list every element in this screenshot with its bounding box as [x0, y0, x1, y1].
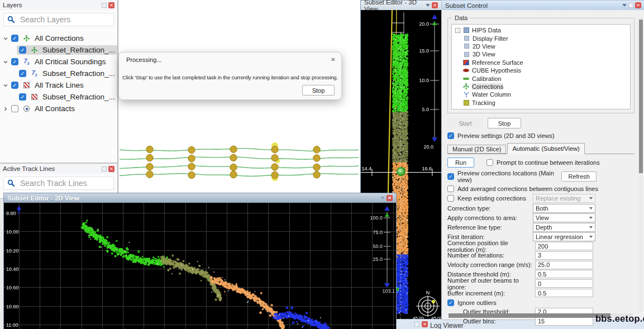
stop-button[interactable]: Stop — [488, 118, 521, 128]
start-button[interactable]: Start — [447, 118, 483, 128]
close-icon[interactable]: × — [387, 195, 393, 201]
chevron-down-icon[interactable] — [380, 197, 385, 199]
field-row: Number of outer beams to ignore:0 — [447, 279, 635, 288]
text-input[interactable]: 25.0 — [535, 261, 593, 269]
data-tree-item[interactable]: Display Filter — [454, 34, 630, 42]
chevron-down-icon — [589, 207, 593, 209]
text-input[interactable]: 0.5 — [535, 289, 593, 297]
data-tree-item-label: Display Filter — [473, 35, 508, 42]
text-input[interactable]: 0 — [535, 279, 593, 288]
layer-item-body: ✓Subset_Refraction_... — [17, 92, 117, 102]
checkbox[interactable]: ✓ — [11, 58, 18, 65]
layers-title: Layers — [3, 2, 22, 8]
field-row: Correction type:Both — [447, 204, 635, 213]
preview-settings-checkbox[interactable]: ✓ — [447, 132, 454, 139]
layer-item-label: All Track Lines — [35, 81, 84, 89]
layer-item[interactable]: ✓73All Critical Soundings — [0, 56, 117, 68]
field-label: Correction type: — [447, 205, 533, 212]
collapse-icon[interactable]: - — [455, 28, 460, 33]
text-input[interactable]: 200 — [535, 242, 593, 250]
tracking-icon — [462, 99, 470, 106]
scrollbar-thumb[interactable] — [449, 313, 610, 318]
data-tree-item[interactable]: 3D View — [454, 50, 630, 58]
text-input[interactable]: 15 — [535, 317, 593, 326]
layer-item[interactable]: ✓73Subset_Refraction_... — [0, 68, 117, 79]
checkbox[interactable]: ✓ — [19, 93, 26, 101]
text-input[interactable]: 3 — [535, 251, 593, 260]
prompt-continue-label: Prompt to continue between iterations — [497, 159, 600, 166]
keep-existing-checkbox[interactable] — [447, 195, 454, 202]
data-tree-item[interactable]: CUBE Hypothesis — [454, 66, 630, 74]
hips-data-icon — [462, 27, 470, 34]
scrollbar-thumb[interactable] — [639, 20, 643, 173]
layers-search-input[interactable]: Search Layers — [3, 13, 114, 26]
pin-icon[interactable] — [414, 322, 419, 327]
track-lines-icon — [30, 93, 39, 101]
layer-item[interactable]: ✓Subset_Refraction_... — [0, 44, 117, 56]
checkbox[interactable]: ✓ — [11, 82, 18, 89]
checkbox[interactable]: ✓ — [11, 35, 18, 42]
layer-item[interactable]: ✓All Corrections — [0, 32, 117, 44]
data-tree-item-label: 2D View — [473, 43, 495, 50]
dropdown[interactable]: Both — [533, 204, 595, 213]
close-icon[interactable]: × — [422, 321, 428, 327]
pin-icon[interactable] — [102, 3, 107, 8]
layer-item-label: Subset_Refraction_... — [42, 93, 115, 101]
stop-button[interactable]: Stop — [302, 85, 335, 96]
contacts-icon — [22, 105, 31, 113]
data-tree-item[interactable]: -HIPS Data — [454, 26, 630, 34]
data-tree-item[interactable]: Corrections — [454, 83, 630, 90]
tab-automatic-subset-view[interactable]: Automatic (Subset/View) — [507, 143, 584, 154]
tab-manual-2d-slice[interactable]: Manual (2D Slice) — [447, 145, 506, 154]
chevron-down-icon[interactable] — [2, 59, 9, 65]
doc-icon — [463, 43, 470, 50]
data-tree-item[interactable]: Reference Surface — [454, 59, 630, 66]
data-tree-item[interactable]: Calibration — [454, 74, 630, 82]
atl-search-input[interactable]: Search Track Lines — [3, 177, 114, 190]
view2d-canvas[interactable] — [4, 203, 396, 329]
data-tree-item-label: CUBE Hypothesis — [472, 67, 521, 74]
critical-soundings-icon: 73 — [22, 58, 31, 66]
checkbox[interactable] — [11, 105, 18, 112]
chevron-down-icon[interactable] — [2, 83, 9, 88]
pin-icon[interactable] — [628, 3, 633, 8]
data-tree-item[interactable]: Water Column — [454, 90, 630, 98]
close-icon[interactable]: × — [432, 2, 438, 8]
layer-item[interactable]: All Contacts — [0, 103, 117, 115]
refresh-button[interactable]: Refresh — [561, 171, 597, 182]
checkbox[interactable]: ✓ — [19, 70, 26, 77]
view2d-titlebar[interactable]: Subset Editor - 2D View × — [4, 193, 396, 203]
text-input[interactable]: 0.5 — [535, 270, 593, 278]
close-icon[interactable]: × — [108, 2, 115, 8]
preview-corrections-checkbox[interactable]: ✓ — [447, 173, 454, 180]
close-icon[interactable]: × — [331, 55, 335, 64]
layer-item[interactable]: ✓Subset_Refraction_... — [0, 91, 117, 103]
add-averaged-checkbox[interactable] — [447, 185, 454, 192]
dropdown[interactable]: Depth — [533, 223, 595, 232]
vertical-scrollbar[interactable] — [639, 17, 643, 312]
data-tree-item[interactable]: Tracking — [454, 99, 630, 107]
chevron-right-icon[interactable] — [2, 106, 9, 112]
ignore-outliers-checkbox[interactable]: ✓ — [447, 299, 454, 306]
close-icon[interactable]: × — [635, 2, 641, 8]
chevron-down-icon[interactable] — [622, 4, 627, 7]
layer-item[interactable]: ✓All Track Lines — [0, 79, 117, 91]
data-tree-item[interactable]: 2D View — [454, 42, 630, 50]
chevron-down-icon[interactable] — [2, 36, 9, 41]
pin-icon[interactable] — [102, 166, 107, 171]
keep-existing-label: Keep existing corrections — [457, 195, 526, 202]
run-button[interactable]: Run — [447, 158, 474, 168]
preview-settings-label: Preview settings (2D and 3D views) — [457, 132, 555, 139]
layer-item-body: ✓73All Critical Soundings — [9, 57, 108, 66]
close-icon[interactable]: × — [108, 166, 115, 172]
dropdown[interactable]: Linear regression — [533, 232, 595, 241]
checkbox[interactable]: ✓ — [19, 46, 26, 54]
dropdown[interactable]: View — [533, 213, 595, 222]
prompt-continue-checkbox[interactable] — [486, 159, 493, 166]
chevron-down-icon[interactable] — [426, 4, 430, 7]
layer-item-body: ✓Subset_Refraction_... — [17, 45, 117, 55]
ignore-outliers-label: Ignore outliers — [457, 299, 497, 306]
keep-existing-dropdown[interactable]: Replace existing — [533, 194, 595, 203]
layer-item-body: ✓All Corrections — [9, 34, 86, 43]
view3d-titlebar[interactable]: Subset Editor - 3D View × — [361, 1, 441, 10]
